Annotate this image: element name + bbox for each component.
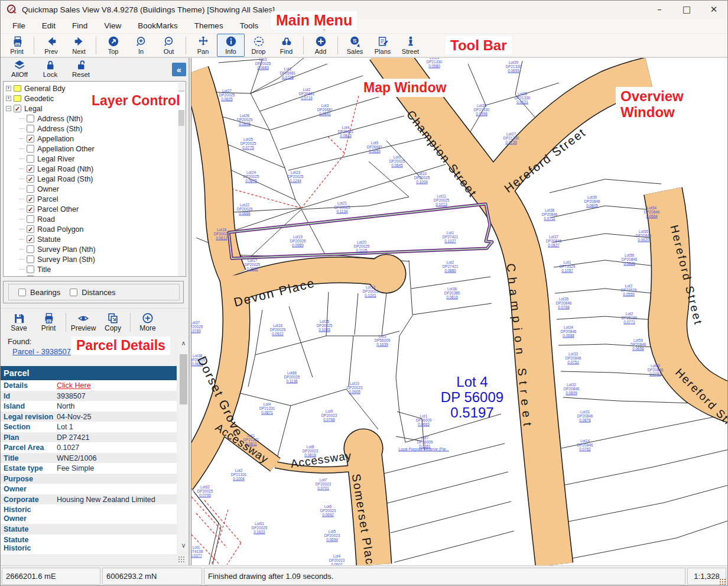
parcel-label: Lot5DP200230.0694 <box>324 529 340 542</box>
preview-button[interactable]: Preview <box>69 312 98 332</box>
layer-checkbox[interactable]: ✓ <box>27 225 34 233</box>
menu-item-edit[interactable]: Edit <box>34 20 64 32</box>
layer-item-owner[interactable]: Owner <box>6 184 186 194</box>
scroll-up-icon[interactable]: ∧ <box>178 338 188 348</box>
layer-item-legal-road-sth-[interactable]: ✓Legal Road (Sth) <box>6 174 186 184</box>
status-bar: 2666201.6 mE 6006293.2 mN Finished drawi… <box>1 565 727 586</box>
found-block: Found: Parcel - 3938507 <box>8 337 71 357</box>
parcel-value[interactable]: Click Here <box>57 380 177 391</box>
close-button[interactable]: ✕ <box>700 1 727 18</box>
layer-item-survey-plan-sth-[interactable]: Survey Plan (Sth) <box>6 254 186 264</box>
scrollbar-thumb[interactable] <box>180 354 187 404</box>
layer-checkbox[interactable]: ✓ <box>27 165 34 173</box>
street-button[interactable]: Street <box>396 34 424 57</box>
layer-checkbox[interactable] <box>27 276 34 277</box>
menu-item-tools[interactable]: Tools <box>232 20 267 32</box>
prev-button[interactable]: Prev <box>37 34 65 57</box>
map-window[interactable]: Lot3DP200250.0683Lot1DP266810.0706Lot27D… <box>191 58 728 565</box>
scroll-down-icon[interactable]: ∨ <box>178 540 188 551</box>
status-message: Finished drawing after 1.09 seconds. <box>204 568 685 585</box>
parcel-label: Lot35DP208460.0768 <box>556 297 572 309</box>
panel-resize-grip[interactable] <box>178 556 185 563</box>
layer-checkbox[interactable] <box>27 115 34 122</box>
reset-button[interactable]: Reset <box>66 59 96 78</box>
top-button[interactable]: Top <box>99 34 127 57</box>
parcel-label: Lot13DP200250.1201 <box>363 285 379 297</box>
parcel-label: Lot24DP213300.0580 <box>427 58 443 68</box>
layer-checkbox[interactable] <box>27 145 34 153</box>
out-button[interactable]: Out <box>155 34 183 57</box>
copy-button[interactable]: Copy <box>98 312 128 332</box>
layer-checkbox[interactable] <box>27 245 34 253</box>
plans-button[interactable]: Plans <box>369 34 396 57</box>
minimize-button[interactable]: – <box>646 1 673 18</box>
layer-checkbox[interactable]: ✓ <box>27 135 34 143</box>
pan-button[interactable]: Pan <box>189 34 217 57</box>
drop-button[interactable]: Drop <box>245 34 272 57</box>
menu-item-find[interactable]: Find <box>64 20 96 32</box>
menu-item-view[interactable]: View <box>96 20 129 32</box>
layer-checkbox[interactable]: ✓ <box>27 235 34 243</box>
left-panel: AllOffLockReset « +General Bdy+Geodetic−… <box>1 58 190 565</box>
find-button[interactable]: Find <box>272 34 300 57</box>
in-button[interactable]: In <box>127 34 155 57</box>
maximize-button[interactable]: □ <box>673 1 700 18</box>
layer-checkbox[interactable] <box>27 185 34 193</box>
layer-item-parcel[interactable]: ✓Parcel <box>6 194 186 204</box>
parcel-row-legal-revision: Legal revision04-Nov-25 <box>1 412 177 422</box>
layer-item-address-nth-[interactable]: Address (Nth) <box>6 114 186 124</box>
collapse-panel-button[interactable]: « <box>172 63 186 76</box>
window-resize-grip[interactable] <box>719 578 726 585</box>
alloff-button[interactable]: AllOff <box>4 59 35 78</box>
menu-item-file[interactable]: File <box>4 20 34 32</box>
distances-checkbox[interactable] <box>70 289 77 296</box>
layer-item-road-polygon[interactable]: ✓Road Polygon <box>6 224 186 234</box>
layer-item-legal-road-nth-[interactable]: ✓Legal Road (Nth) <box>6 164 186 174</box>
bearings-checkbox[interactable] <box>18 289 26 296</box>
next-button[interactable]: Next <box>65 34 93 57</box>
parcel-label: Lot2DP266810.0716 <box>299 88 315 100</box>
layer-checkbox[interactable] <box>27 255 34 263</box>
layer-checkbox[interactable] <box>27 155 34 163</box>
layer-item-statute[interactable]: ✓Statute <box>6 234 186 244</box>
print-button[interactable]: Print <box>34 312 63 332</box>
layer-checkbox[interactable]: ✓ <box>27 205 34 213</box>
layer-checkbox[interactable]: ✓ <box>27 175 34 183</box>
found-parcel-link[interactable]: Parcel - 3938507 <box>12 347 71 356</box>
layer-item-valuation[interactable]: Valuation <box>6 274 186 277</box>
layer-item-address-sth-[interactable]: Address (Sth) <box>6 124 186 134</box>
layer-item-appellation-other[interactable]: Appellation Other <box>6 144 186 154</box>
info-icon <box>225 35 238 47</box>
layer-item-appellation[interactable]: ✓Appellation <box>6 134 186 144</box>
info-button[interactable]: Info <box>217 34 245 57</box>
menu-item-themes[interactable]: Themes <box>186 20 232 32</box>
expand-icon[interactable]: + <box>6 96 11 101</box>
layer-checkbox[interactable] <box>27 215 34 223</box>
lock-button[interactable]: Lock <box>35 59 66 78</box>
add-button[interactable]: Add <box>307 34 334 57</box>
zoom-in-icon <box>135 35 148 47</box>
print-button[interactable]: Print <box>3 34 31 57</box>
parcel-row-owner: Owner <box>1 484 177 494</box>
layer-item-legal-river[interactable]: Legal River <box>6 154 186 164</box>
menu-item-bookmarks[interactable]: BookMarks <box>129 20 186 32</box>
annotation-map-window: Map Window <box>359 79 451 97</box>
expand-icon[interactable]: + <box>6 86 11 91</box>
parcel-label: Lot1ST41380.0377 <box>191 545 203 558</box>
layer-tree-scrollbar[interactable] <box>178 82 185 277</box>
layer-item-road[interactable]: Road <box>6 214 186 224</box>
more-button[interactable]: More <box>133 312 162 332</box>
layer-checkbox[interactable] <box>27 266 34 273</box>
parcel-label: Lot27DP213300.0739 <box>503 132 519 144</box>
collapse-icon[interactable]: − <box>6 106 11 111</box>
save-button[interactable]: Save <box>4 312 34 332</box>
layer-checkbox[interactable] <box>27 125 34 132</box>
layer-item-title[interactable]: Title <box>6 264 186 274</box>
layer-item-parcel-other[interactable]: ✓Parcel Other <box>6 204 186 214</box>
chevron-double-left-icon: « <box>177 65 181 75</box>
layer-checkbox[interactable]: ✓ <box>14 105 21 112</box>
layer-checkbox[interactable]: ✓ <box>27 195 34 203</box>
sales-button[interactable]: SSales <box>341 34 369 57</box>
layer-item-survey-plan-nth-[interactable]: Survey Plan (Nth) <box>6 244 186 254</box>
parcel-details-scrollbar[interactable]: ∧ ∨ <box>178 338 188 551</box>
